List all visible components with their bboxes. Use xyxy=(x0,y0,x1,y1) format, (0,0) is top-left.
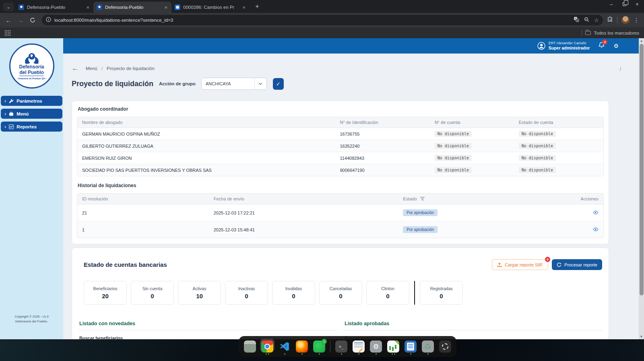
green-app-icon[interactable]: 1 xyxy=(312,338,326,355)
page-scrollbar[interactable]: ▲ ▼ xyxy=(639,38,644,339)
terminal-icon[interactable]: >_ xyxy=(334,338,349,355)
url-bar[interactable]: localhost:8000/main/liquidations-sentenc… xyxy=(42,15,603,25)
process-report-button[interactable]: Procesar reporte xyxy=(552,259,602,270)
status-badge: Por aprobación xyxy=(403,209,438,216)
group-action-select[interactable]: ANCHICAYA xyxy=(201,78,267,90)
column-header: N° de Identificación xyxy=(335,117,429,128)
breadcrumb-menu[interactable]: Menú xyxy=(86,66,97,71)
upload-count-badge: 0 xyxy=(545,257,550,262)
chevron-right-icon: › xyxy=(4,111,6,117)
restore-button[interactable] xyxy=(621,2,627,7)
stat-card-invalidas: Inválidas0 xyxy=(272,281,315,305)
column-header: Fecha de envío xyxy=(209,194,398,204)
tab-close-icon[interactable]: × xyxy=(242,4,246,10)
stray-slash: / xyxy=(620,66,621,72)
tab-3[interactable]: 0000286: Cambios en Pr × xyxy=(171,2,250,13)
tab-close-icon[interactable]: × xyxy=(85,4,90,10)
sidebar-item-reportes[interactable]: › Reportes xyxy=(1,122,62,132)
logo-text-line2: del Pueblo xyxy=(19,70,44,76)
settings-app-icon[interactable]: ⚙ xyxy=(369,338,383,355)
upload-siif-report-button[interactable]: Cargar reporte SIIF 0 xyxy=(492,259,548,270)
table-row: 1 2025-12-03 15:48:41 Por aprobación xyxy=(77,221,603,238)
copyright: Copyright © 2025 - v1.9 Defensoria del P… xyxy=(0,314,63,339)
screen-recorder-icon[interactable] xyxy=(438,338,452,355)
view-icon[interactable] xyxy=(593,227,599,231)
sidebar-item-parametros[interactable]: › Parámetros xyxy=(1,96,62,106)
scroll-down-arrow[interactable]: ▼ xyxy=(639,334,644,339)
forward-icon[interactable]: → xyxy=(15,15,26,25)
stat-card-inactivas: Inactivas0 xyxy=(225,281,268,305)
sidebar-item-label: Parámetros xyxy=(17,99,42,103)
vscode-icon[interactable] xyxy=(277,338,292,355)
back-arrow-button[interactable]: ← xyxy=(72,64,78,72)
column-header: Nombre de abogado xyxy=(77,117,335,128)
bookmark-star-icon[interactable]: ☆ xyxy=(594,17,599,23)
app-viewport: Defensoría del Pueblo • Ambiente de Prue… xyxy=(0,38,644,339)
stats-divider xyxy=(414,281,415,305)
reload-icon[interactable] xyxy=(27,15,38,25)
tab-close-icon[interactable]: × xyxy=(163,4,168,10)
close-button[interactable]: × xyxy=(634,2,640,7)
account-badge: No disponible xyxy=(435,143,472,149)
table-row: GILBERTO GUTIERREZ ZULUAGA 16352240 No d… xyxy=(77,140,603,152)
dock-separator xyxy=(330,340,330,353)
chevron-down-icon[interactable] xyxy=(254,78,266,89)
user-org: ERT Alexander Camelo xyxy=(549,41,590,45)
confirm-group-action-button[interactable]: ✓ xyxy=(273,78,284,90)
stat-card-canceladas: Canceladas0 xyxy=(319,281,362,305)
scrollbar-thumb[interactable] xyxy=(640,44,644,295)
user-avatar-icon xyxy=(537,42,545,50)
stat-card-activas: Activas10 xyxy=(178,281,221,305)
sidebar-item-menu[interactable]: › Menú xyxy=(1,109,62,119)
view-icon[interactable] xyxy=(593,210,599,215)
stat-card-sin-cuenta: Sin cuenta0 xyxy=(131,281,174,305)
notifications-bell[interactable]: 2 xyxy=(599,42,605,50)
profile-avatar[interactable] xyxy=(621,16,630,24)
breadcrumb-current: Proyecto de liquidación xyxy=(107,66,155,71)
account-badge: No disponible xyxy=(435,131,472,137)
sidebar: Defensoría del Pueblo • Ambiente de Prue… xyxy=(0,38,63,339)
package-manager-icon[interactable] xyxy=(421,338,435,355)
app-main: ERT Alexander Camelo Super administrador… xyxy=(63,38,639,339)
chart-icon xyxy=(9,124,14,129)
chrome-icon[interactable] xyxy=(260,338,275,355)
group-action-value: ANCHICAYA xyxy=(202,81,254,86)
sidebar-nav: › Parámetros › Menú › Reportes xyxy=(0,96,63,132)
extensions-icon[interactable] xyxy=(607,17,613,24)
url-text[interactable]: localhost:8000/main/liquidations-sentenc… xyxy=(54,18,570,23)
tab-title: Defensoria-Pueblo xyxy=(105,5,161,10)
filter-icon[interactable] xyxy=(420,197,425,201)
account-status-badge: No disponible xyxy=(519,143,556,149)
account-status-badge: No disponible xyxy=(519,131,556,137)
settings-gear-icon[interactable]: ⚙ xyxy=(613,43,619,49)
apps-grid-icon[interactable] xyxy=(5,30,10,36)
menu-kebab-icon[interactable]: ⋮ xyxy=(634,17,639,23)
tab-1[interactable]: Defensoria-Pueblo × xyxy=(15,2,93,13)
new-tab-button[interactable]: + xyxy=(252,1,262,12)
translate-icon[interactable]: Ga xyxy=(574,17,579,24)
text-editor-icon[interactable] xyxy=(351,338,366,355)
list-novedades-title: Listado con novedades xyxy=(78,321,337,330)
column-header: Acciones xyxy=(572,194,603,204)
account-status-badge: No disponible xyxy=(519,167,556,173)
user-chip[interactable]: ERT Alexander Camelo Super administrador xyxy=(537,41,590,51)
scroll-up-arrow[interactable]: ▲ xyxy=(639,38,644,43)
site-info-icon[interactable] xyxy=(46,17,51,24)
files-icon[interactable] xyxy=(243,338,257,355)
tab-search-button[interactable]: ⌄ xyxy=(3,2,14,11)
table-row: SOCIEDAD PIO SAS PUERTTOS INVERSIONES Y … xyxy=(77,164,603,176)
all-bookmarks-label[interactable]: Todos los marcadores xyxy=(594,31,640,35)
minimize-button[interactable]: – xyxy=(609,2,614,7)
libreoffice-writer-icon[interactable] xyxy=(403,338,418,355)
back-icon[interactable]: ← xyxy=(3,15,14,25)
briefcase-icon xyxy=(9,111,14,116)
libreoffice-calc-icon[interactable] xyxy=(386,338,400,355)
zoom-icon[interactable] xyxy=(584,17,589,24)
firefox-icon[interactable] xyxy=(295,338,309,355)
defensoria-favicon xyxy=(19,4,24,10)
bank-accounts-card: Estado de cuentas bancarias Cargar repor… xyxy=(72,248,609,339)
dock: 1 >_ ⚙ xyxy=(239,336,456,357)
history-section-title: Historial de liquidaciones xyxy=(78,183,603,188)
tab-2-active[interactable]: Defensoria-Pueblo × xyxy=(93,2,171,13)
tab-title: 0000286: Cambios en Pr xyxy=(183,5,239,10)
